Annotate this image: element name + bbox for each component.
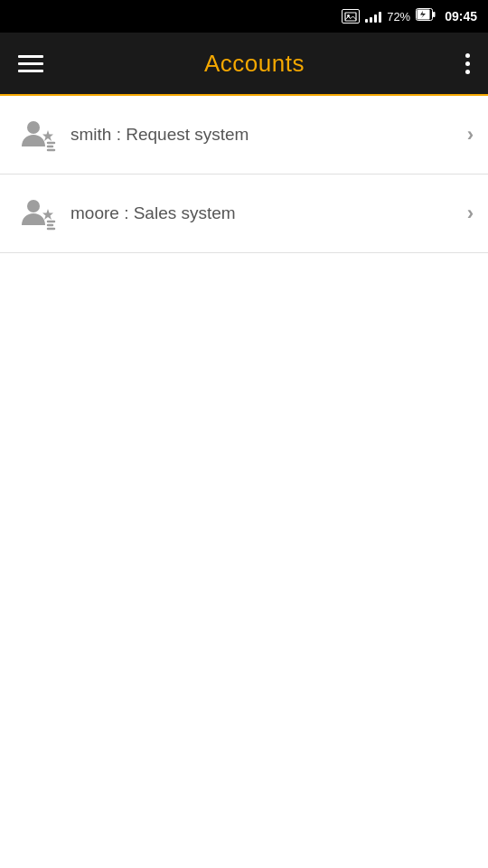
page-title: Accounts — [204, 50, 305, 78]
hamburger-icon — [18, 55, 43, 58]
empty-content-area — [0, 253, 488, 868]
svg-rect-0 — [345, 13, 356, 21]
more-icon — [465, 70, 470, 74]
more-icon — [465, 61, 470, 66]
status-bar: 72% 09:45 — [0, 0, 488, 33]
hamburger-icon — [18, 62, 43, 65]
chevron-right-icon: › — [467, 123, 474, 146]
top-bar: Accounts — [0, 33, 488, 96]
svg-point-9 — [27, 200, 40, 212]
hamburger-button[interactable] — [14, 52, 47, 76]
account-item[interactable]: moore : Sales system › — [0, 175, 488, 253]
svg-point-5 — [27, 121, 40, 134]
account-label: moore : Sales system — [70, 203, 467, 223]
accounts-list: smith : Request system › moore : Sales s… — [0, 96, 488, 253]
more-button[interactable] — [462, 50, 474, 78]
account-icon — [14, 112, 60, 157]
more-icon — [465, 53, 470, 58]
chevron-right-icon: › — [467, 202, 474, 225]
signal-icon — [365, 10, 381, 23]
account-item[interactable]: smith : Request system › — [0, 96, 488, 175]
account-label: smith : Request system — [70, 125, 467, 145]
battery-percent: 72% — [387, 10, 410, 24]
thumbnail-icon — [342, 9, 360, 24]
account-icon — [14, 191, 60, 236]
status-time: 09:45 — [445, 9, 477, 24]
hamburger-icon — [18, 70, 43, 72]
battery-icon — [416, 8, 436, 24]
svg-rect-4 — [433, 12, 436, 17]
